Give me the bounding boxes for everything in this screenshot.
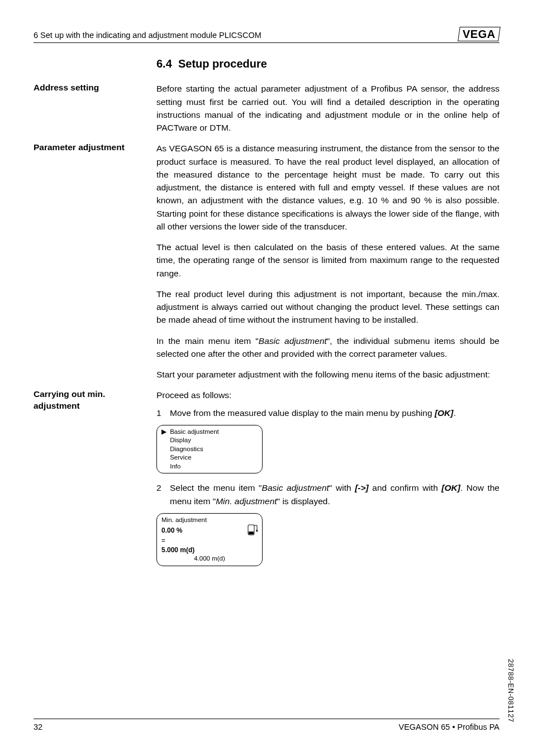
body-para: Start your parameter adjustment with the… bbox=[156, 368, 499, 381]
brand-logo: VEGA bbox=[459, 27, 499, 41]
step-body: Move from the measured value display to … bbox=[170, 406, 499, 419]
lcd-value-illustration: Min. adjustment 0.00 % = 5.000 m( bbox=[156, 513, 263, 566]
menu-item: Display bbox=[161, 436, 258, 445]
numbered-step: 1 Move from the measured value display t… bbox=[156, 406, 499, 419]
step-number: 2 bbox=[156, 481, 170, 508]
header-section-path: 6 Set up with the indicating and adjustm… bbox=[34, 30, 261, 42]
svg-rect-1 bbox=[249, 532, 254, 534]
lcd-footer: 4.000 m(d) bbox=[161, 554, 258, 563]
margin-label-min-adjustment: Carrying out min. adjustment bbox=[34, 389, 145, 573]
footer-product: VEGASON 65 • Profibus PA bbox=[399, 721, 500, 734]
page-footer: 32 VEGASON 65 • Profibus PA bbox=[34, 719, 499, 734]
lcd-eq: = bbox=[161, 537, 258, 546]
lcd-percent: 0.00 % bbox=[161, 526, 182, 535]
body-para: Proceed as follows: bbox=[156, 389, 499, 401]
menu-item: Service bbox=[161, 453, 258, 462]
lcd-title: Min. adjustment bbox=[161, 516, 258, 525]
lcd-value: 5.000 m(d) bbox=[161, 546, 258, 554]
body-para: Before starting the actual parameter adj… bbox=[156, 82, 499, 134]
page-header: 6 Set up with the indicating and adjustm… bbox=[34, 27, 499, 43]
margin-label-address-setting: Address setting bbox=[34, 82, 145, 142]
menu-item: Diagnostics bbox=[161, 445, 258, 454]
step-body: Select the menu item "Basic adjustment" … bbox=[170, 481, 499, 508]
section-heading: 6.4 Setup procedure bbox=[156, 55, 499, 72]
tank-icon bbox=[246, 524, 258, 537]
body-para: As VEGASON 65 is a distance measuring in… bbox=[156, 142, 499, 233]
body-para: In the main menu item "Basic adjustment"… bbox=[156, 334, 499, 361]
numbered-step: 2 Select the menu item "Basic adjustment… bbox=[156, 481, 499, 508]
menu-pointer-icon: ▶ bbox=[161, 428, 168, 437]
menu-item: ▶ Basic adjustment bbox=[161, 428, 258, 437]
margin-label-parameter-adjustment: Parameter adjustment bbox=[34, 142, 145, 389]
step-number: 1 bbox=[156, 406, 170, 419]
lcd-menu-illustration: ▶ Basic adjustment Display Diagnostics S… bbox=[156, 425, 263, 474]
page-number: 32 bbox=[34, 721, 42, 734]
document-code: 28788-EN-081127 bbox=[506, 659, 517, 722]
body-para: The real product level during this adjus… bbox=[156, 288, 499, 327]
menu-item: Info bbox=[161, 462, 258, 471]
body-para: The actual level is then calculated on t… bbox=[156, 241, 499, 280]
